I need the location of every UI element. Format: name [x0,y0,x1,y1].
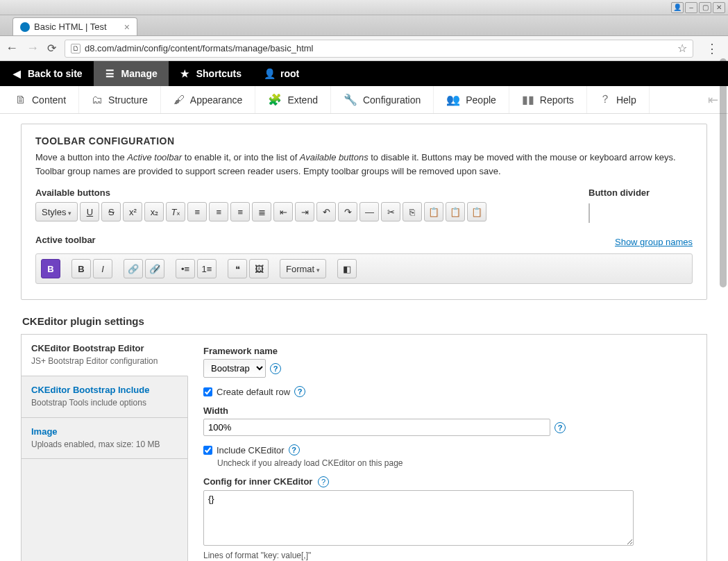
reload-icon[interactable]: ⟳ [47,42,56,55]
config-label: Config for inner CKEditor ? [203,476,691,487]
align-left-button[interactable]: ≡ [187,202,207,221]
menu-appearance-label: Appearance [190,94,243,106]
menu-reports[interactable]: ▮▮Reports [509,86,587,113]
button-divider-label: Button divider [589,187,693,198]
maximize-button[interactable]: ▢ [699,2,711,13]
drupal-favicon [20,22,30,32]
vertical-tabs: CKEditor Bootstrap Editor JS+ Bootstrap … [21,334,707,561]
include-ckeditor-checkbox[interactable] [203,446,212,455]
manage-toggle[interactable]: ☰ Manage [94,61,169,86]
cut-button[interactable]: ✂ [381,202,400,221]
user-icon[interactable]: 👤 [671,2,684,13]
manage-label: Manage [121,68,158,79]
width-label: Width [203,405,691,416]
superscript-button[interactable]: x² [123,202,142,221]
menu-content[interactable]: 🗎Content [3,86,79,113]
menu-people[interactable]: 👥People [434,86,509,113]
bootstrap-editor-button[interactable]: B [41,259,60,278]
copy-button[interactable]: ⎘ [403,202,422,221]
available-buttons-label: Available buttons [35,187,589,198]
url-text: d8.com/admin/config/content/formats/mana… [85,43,314,53]
bookmark-star-icon[interactable]: ☆ [677,42,687,55]
numbered-list-button[interactable]: 1≡ [197,259,217,278]
underline-button[interactable]: U [80,202,99,221]
undo-button[interactable]: ↶ [316,202,336,221]
italic-button[interactable]: I [93,259,112,278]
blockquote-button[interactable]: ❝ [228,259,247,278]
vtab-title: CKEditor Bootstrap Editor [31,343,178,353]
help-icon[interactable]: ? [289,444,300,455]
remove-format-button[interactable]: Tₓ [166,202,185,221]
vertical-tabs-list: CKEditor Bootstrap Editor JS+ Bootstrap … [22,335,188,561]
menu-help[interactable]: ？Help [587,86,650,113]
back-to-site[interactable]: ◀ Back to site [0,61,94,86]
user-menu[interactable]: 👤 root [253,61,310,86]
bulleted-list-button[interactable]: •≡ [176,259,195,278]
paste-button[interactable]: 📋 [424,202,443,221]
minimize-button[interactable]: – [685,2,697,13]
vtab-title: CKEditor Bootstrap Include [31,385,178,395]
vtab-image[interactable]: Image Uploads enabled, max size: 10 MB [22,418,187,460]
menu-content-label: Content [32,94,66,106]
unlink-button[interactable]: 🔗̸ [145,259,164,278]
shortcuts-link[interactable]: ★ Shortcuts [169,61,253,86]
subscript-button[interactable]: x₂ [144,202,164,221]
horizontal-rule-button[interactable]: — [359,202,379,221]
help-icon[interactable]: ? [555,422,566,433]
image-button[interactable]: 🖼 [249,259,269,278]
vtab-summary: JS+ Bootstrap Editor configuration [31,355,178,367]
menu-extend[interactable]: 🧩Extend [255,86,331,113]
people-icon: 👥 [446,93,460,106]
page-content: Toolbar configuration Move a button into… [0,114,728,561]
vtab-title: Image [31,426,178,437]
styles-dropdown[interactable]: Styles [35,202,78,221]
page-info-icon[interactable]: 🗋 [71,44,81,53]
vtab-bootstrap-editor[interactable]: CKEditor Bootstrap Editor JS+ Bootstrap … [22,335,188,376]
menu-structure[interactable]: 🗂Structure [79,86,161,113]
align-center-button[interactable]: ≡ [209,202,228,221]
create-default-row-checkbox[interactable] [203,387,212,396]
show-group-names-link[interactable]: Show group names [615,237,693,247]
help-icon[interactable]: ? [294,386,305,397]
paste-word-button[interactable]: 📋 [467,202,486,221]
wrench-icon: 🔧 [344,93,357,106]
tab-title: Basic HTML | Test [34,22,107,32]
framework-name-label: Framework name [203,346,691,356]
paste-text-button[interactable]: 📋 [446,202,465,221]
browser-tab[interactable]: Basic HTML | Test × [12,17,137,35]
config-textarea[interactable]: {} [203,490,634,546]
format-dropdown[interactable]: Format [280,259,326,278]
bold-button[interactable]: B [71,259,91,278]
strikethrough-button[interactable]: S [101,202,121,221]
forward-icon: → [26,41,39,56]
help-icon[interactable]: ? [318,476,329,487]
close-tab-icon[interactable]: × [124,22,130,33]
outdent-button[interactable]: ⇤ [273,202,293,221]
width-input[interactable] [203,419,550,436]
align-right-button[interactable]: ≡ [230,202,250,221]
button-divider[interactable] [589,203,590,223]
link-button[interactable]: 🔗 [124,259,143,278]
redo-button[interactable]: ↷ [338,202,357,221]
help-icon[interactable]: ? [270,363,281,374]
back-icon[interactable]: ← [6,41,18,56]
barchart-icon: ▮▮ [522,93,534,106]
vertical-tabs-pane: Framework name Bootstrap ? Create defaul… [188,335,706,561]
plugin-settings-title: CKEditor plugin settings [22,315,707,327]
framework-select[interactable]: Bootstrap [203,359,266,378]
puzzle-icon: 🧩 [268,93,282,106]
vtab-bootstrap-include[interactable]: CKEditor Bootstrap Include Bootstrap Too… [22,376,187,418]
menu-configuration[interactable]: 🔧Configuration [331,86,434,113]
source-button[interactable]: ◧ [337,259,357,278]
shortcuts-label: Shortcuts [196,68,242,79]
url-field[interactable]: 🗋 d8.com/admin/config/content/formats/ma… [65,40,693,58]
close-window-button[interactable]: ✕ [713,2,725,13]
scrollbar[interactable] [720,58,727,287]
menu-reports-label: Reports [540,94,574,106]
toolbar-config-title: Toolbar configuration [35,135,693,146]
browser-menu-icon[interactable]: ⋮ [702,41,722,56]
indent-button[interactable]: ⇥ [295,202,314,221]
justify-button[interactable]: ≣ [252,202,271,221]
menu-appearance[interactable]: 🖌Appearance [161,86,256,113]
admin-toolbar: ◀ Back to site ☰ Manage ★ Shortcuts 👤 ro… [0,61,728,86]
